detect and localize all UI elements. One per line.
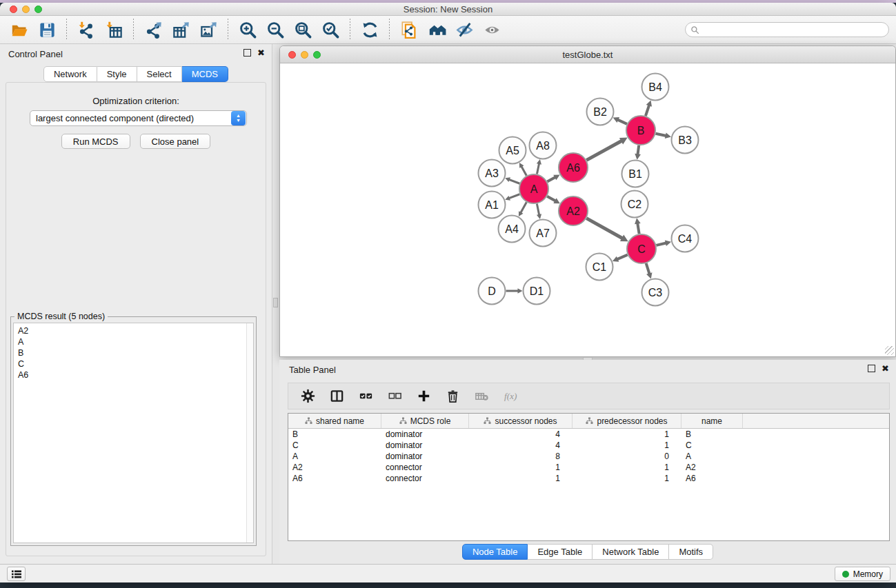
vertical-splitter-handle[interactable] (273, 298, 278, 307)
column-header-MCDS-role[interactable]: MCDS role (381, 414, 469, 428)
edge-A-A1[interactable] (509, 194, 520, 199)
mcds-result-item[interactable]: C (18, 358, 253, 369)
table-row[interactable]: A6connector11A6 (288, 473, 889, 484)
home-button[interactable] (423, 17, 450, 42)
mcds-result-list[interactable]: A2ABCA6 (13, 323, 254, 543)
resize-grip-icon[interactable] (885, 346, 894, 355)
tab-edge-table[interactable]: Edge Table (528, 544, 593, 560)
list-scrollbar[interactable] (246, 323, 253, 543)
column-view-button[interactable] (324, 385, 349, 407)
node-A[interactable]: A (519, 174, 548, 203)
zoom-selected-button[interactable] (317, 17, 344, 42)
show-panel-button[interactable] (478, 17, 506, 42)
export-image-button[interactable] (195, 17, 222, 42)
criterion-dropdown[interactable]: largest connected component (directed) ▲… (30, 110, 247, 126)
column-header-name[interactable]: name (681, 414, 743, 428)
hide-panel-button[interactable] (450, 17, 478, 42)
table-row[interactable]: A2connector11A2 (288, 462, 889, 473)
search-box[interactable] (685, 22, 889, 37)
node-C[interactable]: C (627, 234, 656, 263)
edge-A2-C[interactable] (586, 219, 622, 239)
node-D1[interactable]: D1 (524, 278, 550, 305)
close-table-panel-icon[interactable]: ✖ (882, 365, 889, 372)
zoom-in-button[interactable] (234, 17, 261, 42)
import-table-button[interactable] (100, 17, 128, 42)
add-column-button[interactable] (411, 385, 436, 407)
mcds-result-item[interactable]: A (18, 336, 253, 347)
tab-motifs[interactable]: Motifs (669, 544, 713, 560)
node-B4[interactable]: B4 (642, 74, 669, 101)
node-D[interactable]: D (479, 278, 506, 305)
close-panel-icon[interactable]: ✖ (257, 49, 265, 57)
mcds-result-item[interactable]: A6 (18, 369, 253, 381)
export-table-button[interactable] (167, 17, 195, 42)
select-all-button[interactable] (353, 385, 378, 407)
search-input[interactable] (699, 23, 888, 36)
save-session-button[interactable] (33, 17, 61, 42)
tab-network[interactable]: Network (43, 66, 97, 82)
network-from-file-button[interactable] (395, 17, 423, 42)
node-C3[interactable]: C3 (642, 279, 669, 306)
tab-mcds[interactable]: MCDS (182, 66, 228, 82)
edge-B-B2[interactable] (617, 120, 627, 124)
node-A6[interactable]: A6 (559, 153, 588, 182)
table-row[interactable]: Bdominator41B (288, 429, 889, 440)
tab-style[interactable]: Style (97, 66, 137, 82)
node-A3[interactable]: A3 (479, 160, 506, 187)
memory-button[interactable]: Memory (835, 567, 890, 581)
tab-select[interactable]: Select (137, 66, 182, 82)
edge-C-C4[interactable] (656, 243, 666, 245)
edge-A-A8[interactable] (537, 163, 539, 174)
node-B2[interactable]: B2 (587, 99, 614, 125)
tab-node-table[interactable]: Node Table (462, 544, 528, 560)
float-panel-icon[interactable] (243, 49, 251, 57)
node-B3[interactable]: B3 (672, 127, 699, 154)
node-A7[interactable]: A7 (530, 220, 557, 247)
run-mcds-button[interactable]: Run MCDS (61, 134, 130, 149)
edge-A-A6[interactable] (547, 177, 555, 181)
edge-B-B1[interactable] (638, 145, 639, 154)
node-A5[interactable]: A5 (499, 137, 526, 164)
node-A1[interactable]: A1 (479, 192, 506, 219)
edge-C-C2[interactable] (637, 223, 639, 234)
delete-column-button[interactable] (440, 385, 465, 407)
import-network-button[interactable] (72, 17, 100, 42)
column-header-successor-nodes[interactable]: successor nodes (469, 414, 573, 428)
deselect-all-button[interactable] (382, 385, 407, 407)
edge-B-B3[interactable] (655, 134, 666, 136)
edge-A-A7[interactable] (537, 204, 539, 215)
node-A8[interactable]: A8 (530, 132, 557, 159)
gear-button[interactable] (295, 385, 320, 407)
tab-network-table[interactable]: Network Table (593, 544, 669, 560)
close-panel-button[interactable]: Close panel (140, 134, 211, 149)
node-B1[interactable]: B1 (622, 161, 649, 187)
edge-A-A3[interactable] (509, 179, 520, 183)
column-header-predecessor-nodes[interactable]: predecessor nodes (573, 414, 681, 428)
edge-C-C3[interactable] (646, 263, 650, 274)
show-panels-list-button[interactable] (7, 567, 26, 581)
node-B[interactable]: B (626, 116, 655, 145)
node-C4[interactable]: C4 (672, 225, 699, 252)
table-row[interactable]: Cdominator41C (288, 440, 889, 451)
edge-A-A2[interactable] (547, 196, 555, 201)
network-canvas[interactable]: B4B2BB3A8A5A6A3B1AA1C2A2A4A7C4CC1C3DD1 (281, 64, 895, 356)
export-network-button[interactable] (139, 17, 167, 42)
node-C1[interactable]: C1 (586, 254, 613, 281)
edge-A-A5[interactable] (521, 166, 527, 176)
edge-B-B4[interactable] (646, 105, 649, 116)
edge-C-C1[interactable] (617, 255, 628, 259)
node-A2[interactable]: A2 (559, 196, 588, 225)
open-session-button[interactable] (6, 17, 33, 42)
apply-layout-button[interactable] (356, 17, 384, 42)
table-row[interactable]: Adominator80A (288, 451, 889, 462)
edge-A-A4[interactable] (521, 202, 527, 213)
column-header-shared-name[interactable]: shared name (288, 414, 381, 428)
zoom-out-button[interactable] (261, 17, 289, 42)
zoom-fit-button[interactable] (289, 17, 317, 42)
mcds-result-item[interactable]: A2 (18, 325, 253, 336)
node-C2[interactable]: C2 (621, 191, 648, 218)
float-table-panel-icon[interactable] (868, 365, 875, 372)
node-A4[interactable]: A4 (499, 216, 526, 243)
mcds-result-item[interactable]: B (18, 347, 253, 358)
edge-A6-B[interactable] (586, 141, 621, 160)
